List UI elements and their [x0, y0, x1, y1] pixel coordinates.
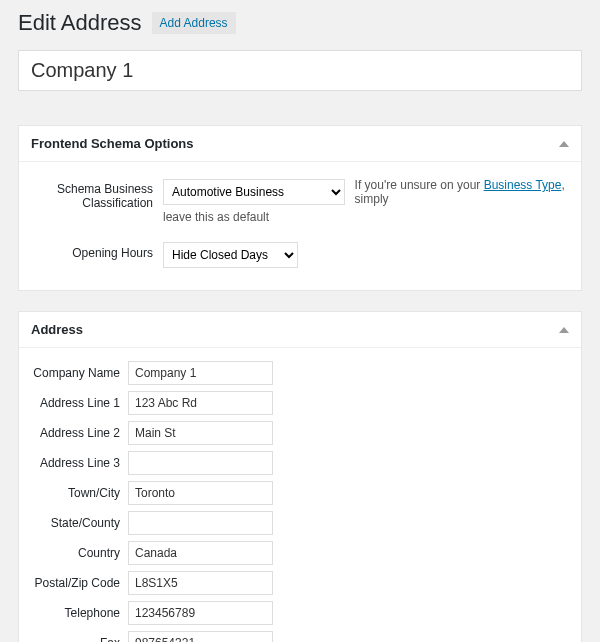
schema-box-heading: Frontend Schema Options [31, 136, 194, 151]
company-name-label: Company Name [29, 358, 124, 388]
classification-hint-below: leave this as default [163, 210, 567, 224]
address-line1-input[interactable] [128, 391, 273, 415]
add-address-button[interactable]: Add Address [152, 12, 236, 34]
telephone-label: Telephone [29, 598, 124, 628]
country-input[interactable] [128, 541, 273, 565]
address-line1-label: Address Line 1 [29, 388, 124, 418]
address-box-heading: Address [31, 322, 83, 337]
state-label: State/County [29, 508, 124, 538]
schema-classification-label: Schema Business Classification [33, 178, 153, 210]
postal-input[interactable] [128, 571, 273, 595]
company-name-input[interactable] [128, 361, 273, 385]
state-input[interactable] [128, 511, 273, 535]
page-title: Edit Address [18, 10, 142, 36]
opening-hours-mode-label: Opening Hours [33, 242, 153, 260]
address-line3-input[interactable] [128, 451, 273, 475]
opening-hours-mode-select[interactable]: Hide Closed Days [163, 242, 298, 268]
country-label: Country [29, 538, 124, 568]
fax-label: Fax [29, 628, 124, 642]
classification-hint: If you're unsure on your Business Type, … [355, 178, 567, 206]
address-line2-label: Address Line 2 [29, 418, 124, 448]
collapse-icon[interactable] [559, 141, 569, 147]
address-box: Address Company Name Address Line 1 Addr… [18, 311, 582, 642]
town-label: Town/City [29, 478, 124, 508]
fax-input[interactable] [128, 631, 273, 642]
telephone-input[interactable] [128, 601, 273, 625]
business-type-link[interactable]: Business Type [484, 178, 562, 192]
town-input[interactable] [128, 481, 273, 505]
company-title-input[interactable]: Company 1 [18, 50, 582, 91]
collapse-icon[interactable] [559, 327, 569, 333]
address-line2-input[interactable] [128, 421, 273, 445]
address-line3-label: Address Line 3 [29, 448, 124, 478]
schema-options-box: Frontend Schema Options Schema Business … [18, 125, 582, 291]
schema-classification-select[interactable]: Automotive Business [163, 179, 345, 205]
postal-label: Postal/Zip Code [29, 568, 124, 598]
